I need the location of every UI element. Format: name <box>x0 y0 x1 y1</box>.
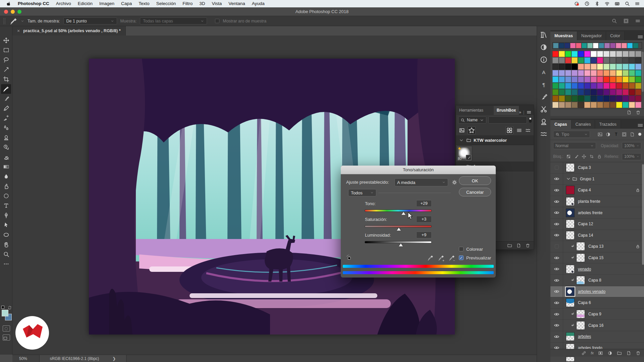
swatch[interactable] <box>553 43 558 48</box>
swatch[interactable] <box>616 102 622 108</box>
swatch[interactable] <box>578 64 584 70</box>
layer-thumbnail[interactable] <box>566 197 575 206</box>
swatch[interactable] <box>622 43 627 48</box>
layer-visibility-toggle[interactable] <box>550 286 563 297</box>
layer-row[interactable]: Capa 14 <box>550 230 644 241</box>
swatch[interactable] <box>597 83 603 89</box>
color-profile[interactable]: sRGB IEC61966-2.1 (8bpc) ❯ <box>39 355 126 362</box>
star-filter-icon[interactable] <box>468 126 476 134</box>
layer-thumbnail[interactable] <box>576 310 585 318</box>
swatch[interactable] <box>597 96 603 102</box>
swatch[interactable] <box>616 51 622 57</box>
swatch[interactable] <box>610 76 616 82</box>
lock-all-icon[interactable] <box>597 154 602 159</box>
chevron-down-icon[interactable] <box>21 19 24 23</box>
panel-tab[interactable]: Capas <box>550 120 572 129</box>
layer-row[interactable]: Capa 3 <box>550 162 644 174</box>
swatch[interactable] <box>572 51 578 57</box>
swatch[interactable] <box>629 96 635 102</box>
swatch[interactable] <box>559 51 565 57</box>
screen-mode-button[interactable] <box>3 335 10 341</box>
swatch[interactable] <box>593 43 598 48</box>
layer-style-icon[interactable]: fx <box>591 351 594 355</box>
opacity-value[interactable]: 100% <box>622 142 641 149</box>
layer-name[interactable]: Capa 16 <box>588 323 603 328</box>
clone-brush-tool[interactable] <box>1 113 11 123</box>
chevron-down-icon[interactable] <box>566 176 571 181</box>
swatch[interactable] <box>603 102 609 108</box>
swatch[interactable] <box>623 70 629 76</box>
brush-group-header[interactable]: KTW watercolor <box>456 136 534 145</box>
swatch[interactable] <box>623 64 629 70</box>
swatch[interactable] <box>552 76 558 82</box>
menu-item[interactable]: Ventana <box>225 0 249 7</box>
swatch[interactable] <box>623 83 629 89</box>
swatch[interactable] <box>559 89 565 95</box>
swatch[interactable] <box>616 43 621 48</box>
swatch[interactable] <box>635 102 641 108</box>
edit-toolbar-button[interactable] <box>1 259 11 269</box>
filter-toggle[interactable] <box>638 133 641 136</box>
swatch[interactable] <box>559 64 565 70</box>
brush-settings-panel-icon[interactable] <box>540 93 548 101</box>
trash-icon[interactable] <box>636 110 641 115</box>
blend-mode-select[interactable]: Normal <box>553 142 596 149</box>
channel-select[interactable]: Todos <box>348 189 376 196</box>
colorize-checkbox[interactable] <box>459 247 464 251</box>
layer-row[interactable]: arboles frente <box>550 207 644 219</box>
swatch[interactable] <box>635 89 641 95</box>
swatch[interactable] <box>578 102 584 108</box>
layer-visibility-toggle[interactable] <box>550 343 563 349</box>
layer-row[interactable]: Capa 12 <box>550 219 644 230</box>
layer-row[interactable]: arboles fondo <box>550 343 644 349</box>
swatch[interactable] <box>565 89 571 95</box>
swatch[interactable] <box>552 89 558 95</box>
apple-logo-icon[interactable] <box>6 1 11 7</box>
new-folder-icon[interactable] <box>507 243 512 248</box>
layer-thumbnail[interactable] <box>576 253 585 262</box>
swatch[interactable] <box>584 83 590 89</box>
brush-preset[interactable]: 80 <box>457 146 472 161</box>
slider-thumb[interactable] <box>401 212 406 215</box>
swatch[interactable] <box>603 70 609 76</box>
move-tool[interactable] <box>1 36 11 45</box>
swatch[interactable] <box>597 57 603 63</box>
targeted-adjustment-icon[interactable] <box>345 254 352 260</box>
swatch[interactable] <box>572 102 578 108</box>
notification-center-icon[interactable] <box>635 1 640 6</box>
close-window-button[interactable] <box>4 10 8 14</box>
swatch[interactable] <box>578 51 584 57</box>
preview-checkbox[interactable]: ✓ <box>459 255 464 260</box>
swatch[interactable] <box>610 51 616 57</box>
swatch[interactable] <box>597 51 603 57</box>
layer-name[interactable]: arboles <box>578 334 591 339</box>
swatch[interactable] <box>616 76 622 82</box>
layers-scrollbar[interactable] <box>642 164 644 265</box>
panel-tab[interactable]: Navegador <box>577 32 606 40</box>
filter-shape-icon[interactable] <box>622 132 627 137</box>
gradient-tool[interactable] <box>1 162 11 172</box>
swatch[interactable] <box>610 70 616 76</box>
libraries-panel-icon[interactable] <box>540 31 548 39</box>
layer-thumbnail[interactable] <box>566 344 575 349</box>
minimize-window-button[interactable] <box>11 10 15 14</box>
filter-adjustment-icon[interactable] <box>605 132 611 137</box>
filter-smartobject-icon[interactable] <box>630 132 635 137</box>
filter-pixel-icon[interactable] <box>597 132 603 137</box>
swatch[interactable] <box>565 96 571 102</box>
menu-item[interactable]: Filtro <box>179 0 196 7</box>
menu-item[interactable]: Selección <box>153 0 179 7</box>
layer-row[interactable]: Capa 16 <box>550 320 644 331</box>
layer-visibility-toggle[interactable] <box>550 252 563 263</box>
eraser-tool[interactable] <box>1 152 11 162</box>
swatch[interactable] <box>559 96 565 102</box>
layer-visibility-toggle[interactable] <box>550 241 563 252</box>
swatch[interactable] <box>629 76 635 82</box>
pen-tool[interactable] <box>1 210 11 220</box>
swatch[interactable] <box>565 70 571 76</box>
swatch[interactable] <box>584 102 590 108</box>
layer-row[interactable]: Capa 13 <box>550 241 644 252</box>
panel-tab[interactable]: Trazados <box>595 120 621 129</box>
layer-row[interactable]: Capa 6 <box>550 297 644 309</box>
new-brush-icon[interactable] <box>516 243 521 248</box>
